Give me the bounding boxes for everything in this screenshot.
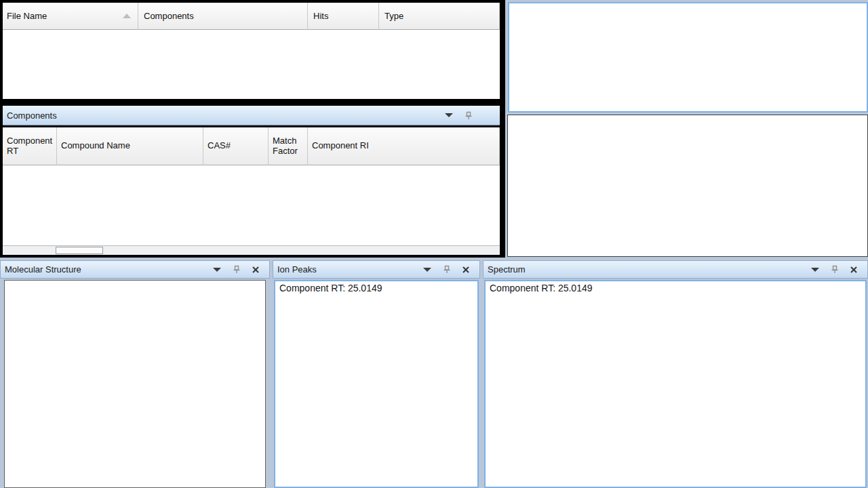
- scrollbar-thumb[interactable]: [56, 247, 103, 254]
- column-header-component-ri[interactable]: Component RI: [308, 127, 500, 165]
- panel-title: Molecular Structure: [1, 264, 81, 274]
- panel-title: Spectrum: [484, 264, 526, 274]
- column-label: File Name: [7, 11, 47, 21]
- horizontal-scrollbar[interactable]: [3, 245, 500, 255]
- pin-icon[interactable]: [465, 111, 473, 120]
- components-table-header: Component RT Compound Name CAS# Match Fa…: [3, 127, 500, 165]
- column-header-match-factor[interactable]: Match Factor: [269, 127, 308, 165]
- chevron-down-icon[interactable]: [444, 113, 454, 118]
- close-icon[interactable]: [850, 266, 858, 274]
- column-header-file-name[interactable]: File Name: [3, 3, 138, 30]
- file-table-header: File Name Components Hits Type: [3, 3, 500, 30]
- close-icon[interactable]: [252, 266, 260, 274]
- ion-peaks-view[interactable]: Component RT: 25.0149: [274, 280, 479, 488]
- column-header-hits[interactable]: Hits: [308, 3, 379, 30]
- ion-peaks-plot: [275, 281, 477, 487]
- spectrum-view[interactable]: Component RT: 25.0149: [484, 280, 867, 488]
- spectrum-title-bar: Spectrum: [483, 260, 868, 279]
- column-header-component-rt[interactable]: Component RT: [3, 127, 57, 165]
- components-title-bar: Components: [3, 106, 500, 125]
- column-header-cas[interactable]: CAS#: [203, 127, 269, 165]
- sample-table-panel: File Name Components Hits Type: [0, 0, 505, 103]
- chromatogram-plot-2: [508, 115, 867, 256]
- molecule-drawing: [5, 281, 265, 487]
- chromatogram-plot-1: [509, 3, 867, 111]
- chevron-down-icon[interactable]: [212, 267, 222, 272]
- sort-ascending-icon: [123, 14, 131, 18]
- spectrum-plot: [486, 281, 865, 487]
- chevron-down-icon[interactable]: [422, 267, 432, 272]
- column-header-components[interactable]: Components: [138, 3, 308, 30]
- pin-icon[interactable]: [443, 265, 451, 274]
- column-header-type[interactable]: Type: [379, 3, 500, 30]
- chromatogram-panel-filter-ethanol[interactable]: [507, 115, 868, 257]
- chromatogram-panel-ethanol-control[interactable]: [508, 2, 868, 113]
- column-header-compound-name[interactable]: Compound Name: [57, 127, 203, 165]
- panel-title: Components: [3, 110, 57, 121]
- pin-icon[interactable]: [233, 265, 241, 274]
- pin-icon[interactable]: [831, 265, 839, 274]
- panel-title: Ion Peaks: [273, 264, 317, 274]
- molecular-structure-title-bar: Molecular Structure: [0, 260, 270, 279]
- close-icon[interactable]: [462, 266, 470, 274]
- ion-peaks-title-bar: Ion Peaks: [273, 260, 480, 279]
- components-panel: Components Component RT Compound Name CA…: [0, 103, 505, 258]
- components-table: Component RT Compound Name CAS# Match Fa…: [3, 125, 500, 165]
- chevron-down-icon[interactable]: [810, 267, 820, 272]
- molecular-structure-view[interactable]: [4, 280, 266, 488]
